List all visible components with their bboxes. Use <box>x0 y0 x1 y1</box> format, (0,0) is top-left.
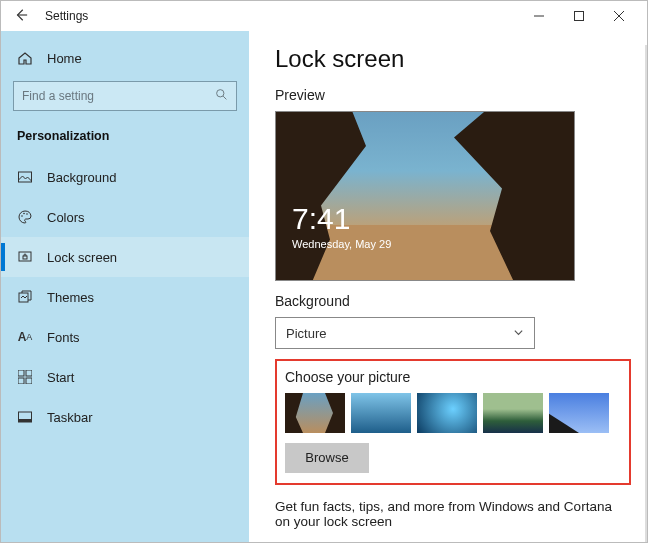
home-label: Home <box>47 51 82 66</box>
nav-label: Background <box>47 170 116 185</box>
lock-screen-icon <box>17 249 33 265</box>
preview-time: 7:41 <box>292 202 391 236</box>
sidebar-item-background[interactable]: Background <box>1 157 249 197</box>
chevron-down-icon <box>513 327 524 340</box>
taskbar-icon <box>17 409 33 425</box>
tip-text: Get fun facts, tips, and more from Windo… <box>275 499 625 529</box>
picture-thumbnail[interactable] <box>483 393 543 433</box>
browse-button[interactable]: Browse <box>285 443 369 473</box>
palette-icon <box>17 209 33 225</box>
back-button[interactable] <box>9 8 33 25</box>
nav-label: Colors <box>47 210 85 225</box>
svg-rect-9 <box>23 256 27 259</box>
choose-picture-label: Choose your picture <box>285 369 621 385</box>
svg-point-5 <box>21 215 23 217</box>
home-icon <box>17 50 33 66</box>
titlebar: Settings <box>1 1 647 31</box>
svg-rect-12 <box>26 370 32 376</box>
preview-label: Preview <box>275 87 627 103</box>
background-label: Background <box>275 293 627 309</box>
choose-picture-section: Choose your picture Browse <box>275 359 631 485</box>
search-placeholder: Find a setting <box>22 89 94 103</box>
main-content: Lock screen Preview 7:41 Wednesday, May … <box>249 31 647 542</box>
picture-thumbnail[interactable] <box>285 393 345 433</box>
sidebar-item-fonts[interactable]: AA Fonts <box>1 317 249 357</box>
svg-point-6 <box>23 213 25 215</box>
svg-rect-1 <box>575 12 584 21</box>
maximize-button[interactable] <box>559 1 599 31</box>
themes-icon <box>17 289 33 305</box>
svg-rect-11 <box>18 370 24 376</box>
picture-thumbnail[interactable] <box>417 393 477 433</box>
sidebar-item-colors[interactable]: Colors <box>1 197 249 237</box>
background-value: Picture <box>286 326 326 341</box>
nav-label: Themes <box>47 290 94 305</box>
picture-thumbnail[interactable] <box>549 393 609 433</box>
start-icon <box>17 369 33 385</box>
picture-icon <box>17 169 33 185</box>
picture-thumbnail[interactable] <box>351 393 411 433</box>
svg-point-2 <box>217 90 224 97</box>
sidebar-item-start[interactable]: Start <box>1 357 249 397</box>
close-button[interactable] <box>599 1 639 31</box>
home-link[interactable]: Home <box>1 41 249 75</box>
sidebar-item-taskbar[interactable]: Taskbar <box>1 397 249 437</box>
svg-rect-13 <box>18 378 24 384</box>
background-dropdown[interactable]: Picture <box>275 317 535 349</box>
page-title: Lock screen <box>275 45 627 73</box>
search-icon <box>215 88 228 104</box>
nav-label: Lock screen <box>47 250 117 265</box>
svg-rect-4 <box>19 172 32 182</box>
category-heading: Personalization <box>1 125 249 157</box>
svg-rect-10 <box>19 293 28 302</box>
nav-label: Start <box>47 370 74 385</box>
search-input[interactable]: Find a setting <box>13 81 237 111</box>
sidebar: Home Find a setting Personalization Back… <box>1 31 249 542</box>
sidebar-item-lock-screen[interactable]: Lock screen <box>1 237 249 277</box>
svg-rect-14 <box>26 378 32 384</box>
app-title: Settings <box>45 9 88 23</box>
nav-label: Fonts <box>47 330 80 345</box>
lock-screen-preview: 7:41 Wednesday, May 29 <box>275 111 575 281</box>
svg-rect-16 <box>19 419 32 422</box>
nav-label: Taskbar <box>47 410 93 425</box>
svg-line-3 <box>223 96 226 99</box>
sidebar-item-themes[interactable]: Themes <box>1 277 249 317</box>
preview-clock: 7:41 Wednesday, May 29 <box>292 202 391 250</box>
svg-point-7 <box>26 213 28 215</box>
preview-date: Wednesday, May 29 <box>292 238 391 250</box>
minimize-button[interactable] <box>519 1 559 31</box>
fonts-icon: AA <box>17 329 33 345</box>
